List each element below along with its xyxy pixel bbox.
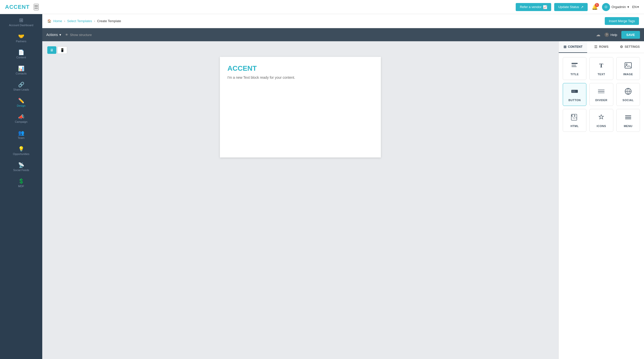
content-tab-icon: ⊞ — [564, 45, 567, 49]
actions-button[interactable]: Actions ▾ — [46, 33, 61, 37]
breadcrumb-select-templates[interactable]: Select Templates — [67, 19, 92, 23]
svg-text:</>: </> — [573, 116, 577, 119]
language-button[interactable]: EN ▾ — [632, 5, 639, 9]
panel-tabs: ⊞ CONTENT ☰ ROWS ⚙ SETTINGS — [559, 41, 644, 53]
svg-rect-0 — [572, 63, 578, 64]
divider-block-label: DIVIDER — [595, 99, 607, 102]
sidebar-item-share-leads[interactable]: 🔗 Share Leads — [0, 78, 42, 95]
sidebar-label-account-dashboard: Account Dashboard — [9, 24, 33, 27]
content-area: 🏠 Home › Select Templates › Create Templ… — [42, 14, 644, 359]
tab-content[interactable]: ⊞ CONTENT — [559, 41, 587, 53]
button-block-label: BUTTON — [569, 99, 581, 102]
tab-settings[interactable]: ⚙ SETTINGS — [616, 41, 644, 53]
rows-tab-label: ROWS — [599, 45, 608, 49]
svg-rect-15 — [625, 115, 631, 116]
chevron-down-icon: ▾ — [627, 5, 629, 9]
help-button[interactable]: ? Help — [605, 32, 617, 37]
icons-block-icon — [597, 113, 605, 123]
sidebar-item-content[interactable]: 📄 Content — [0, 46, 42, 62]
block-html[interactable]: </> HTML — [563, 109, 586, 132]
canvas-area: 🖥 📱 ACCENT I'm a new Text block ready fo… — [42, 41, 558, 359]
notification-button[interactable]: 🔔 5 — [591, 3, 599, 11]
sidebar-label-opportunities: Opportunities — [13, 152, 29, 155]
account-dashboard-icon: ⊞ — [19, 18, 23, 23]
opportunities-icon: 💡 — [18, 146, 24, 151]
mobile-view-button[interactable]: 📱 — [57, 46, 67, 54]
nav-right: Refer a vendor 📈 Update Status ↗ 🔔 5 O O… — [516, 3, 639, 11]
editor-area: 🖥 📱 ACCENT I'm a new Text block ready fo… — [42, 41, 644, 359]
sidebar-item-team[interactable]: 👥 Team — [0, 127, 42, 143]
sidebar-item-account-dashboard[interactable]: ⊞ Account Dashboard — [0, 14, 42, 30]
title-block-icon — [571, 61, 579, 71]
update-status-button[interactable]: Update Status ↗ — [554, 3, 587, 11]
insert-merge-tags-button[interactable]: Insert Merge Tags — [605, 17, 639, 25]
sidebar-label-content: Content — [16, 56, 26, 59]
sidebar-item-opportunities[interactable]: 💡 Opportunities — [0, 143, 42, 159]
block-image[interactable]: IMAGE — [616, 57, 640, 80]
block-divider[interactable]: DIVIDER — [589, 83, 613, 106]
block-title[interactable]: TITLE — [563, 57, 586, 80]
text-block-icon: T — [597, 61, 605, 71]
svg-rect-9 — [598, 91, 605, 92]
svg-text:T: T — [599, 62, 603, 69]
breadcrumb-sep-2: › — [94, 19, 95, 23]
email-logo: ACCENT — [227, 64, 373, 72]
breadcrumb-sep-1: › — [64, 19, 65, 23]
user-menu-button[interactable]: O Orgadmin ▾ — [602, 3, 629, 11]
app-logo: ACCENT — [5, 4, 30, 10]
sidebar-label-share-leads: Share Leads — [13, 88, 29, 91]
svg-point-5 — [626, 64, 627, 65]
desktop-view-button[interactable]: 🖥 — [47, 46, 56, 54]
right-panel: ⊞ CONTENT ☰ ROWS ⚙ SETTINGS TITLE T TEXT… — [558, 41, 644, 359]
refer-vendor-button[interactable]: Refer a vendor 📈 — [516, 3, 551, 11]
save-button[interactable]: SAVE — [621, 31, 640, 39]
text-block-label: TEXT — [597, 73, 605, 76]
content-tab-label: CONTENT — [568, 45, 583, 49]
team-icon: 👥 — [18, 130, 24, 135]
breadcrumb-nav: 🏠 Home › Select Templates › Create Templ… — [47, 19, 121, 23]
image-block-icon — [624, 61, 632, 71]
hamburger-button[interactable]: ☰ — [34, 4, 39, 10]
trend-icon: 📈 — [543, 5, 547, 9]
svg-rect-17 — [625, 118, 631, 119]
block-social[interactable]: SOCIAL — [616, 83, 640, 106]
tab-rows[interactable]: ☰ ROWS — [587, 41, 616, 53]
user-avatar: O — [602, 3, 610, 11]
divider-block-icon — [597, 87, 605, 97]
share-leads-icon: 🔗 — [18, 82, 24, 87]
email-canvas[interactable]: ACCENT I'm a new Text block ready for yo… — [220, 57, 381, 157]
rows-tab-icon: ☰ — [594, 45, 597, 49]
question-icon: ? — [605, 32, 609, 37]
sidebar-item-design[interactable]: ✏️ Design — [0, 95, 42, 111]
sidebar-item-contacts[interactable]: 📊 Contacts — [0, 62, 42, 78]
top-nav: ACCENT ☰ Refer a vendor 📈 Update Status … — [0, 0, 644, 14]
title-block-label: TITLE — [571, 73, 579, 76]
email-body-text[interactable]: I'm a new Text block ready for your cont… — [227, 75, 373, 79]
menu-block-label: MENU — [624, 125, 632, 128]
breadcrumb-home[interactable]: Home — [53, 19, 62, 23]
block-button[interactable]: BUTTON — [563, 83, 586, 106]
sidebar-label-team: Team — [18, 136, 25, 139]
settings-tab-label: SETTINGS — [625, 45, 640, 49]
sidebar-item-mdf[interactable]: 💲 MDF — [0, 175, 42, 191]
sidebar-item-partners[interactable]: 🤝 Partners — [0, 30, 42, 46]
svg-rect-1 — [572, 65, 576, 65]
block-menu[interactable]: MENU — [616, 109, 640, 132]
sidebar-item-campaign[interactable]: 📣 Campaign — [0, 111, 42, 127]
mdf-icon: 💲 — [18, 179, 24, 184]
menu-block-icon — [624, 113, 632, 123]
block-text[interactable]: T TEXT — [589, 57, 613, 80]
sidebar-label-social-feeds: Social Feeds — [13, 169, 29, 172]
toolbar: Actions ▾ 👁 Show structure ☁ ? Help SAVE — [42, 28, 644, 41]
sidebar-item-social-feeds[interactable]: 📡 Social Feeds — [0, 159, 42, 175]
show-structure-button[interactable]: 👁 Show structure — [65, 33, 92, 37]
block-icons[interactable]: ICONS — [589, 109, 613, 132]
partners-icon: 🤝 — [18, 34, 24, 39]
breadcrumb-bar: 🏠 Home › Select Templates › Create Templ… — [42, 14, 644, 28]
nav-left: ACCENT ☰ — [5, 4, 39, 10]
svg-rect-4 — [625, 63, 631, 68]
arrow-icon: ↗ — [581, 5, 584, 9]
social-feeds-icon: 📡 — [18, 163, 24, 168]
social-block-label: SOCIAL — [623, 99, 634, 102]
upload-button[interactable]: ☁ — [596, 32, 600, 37]
